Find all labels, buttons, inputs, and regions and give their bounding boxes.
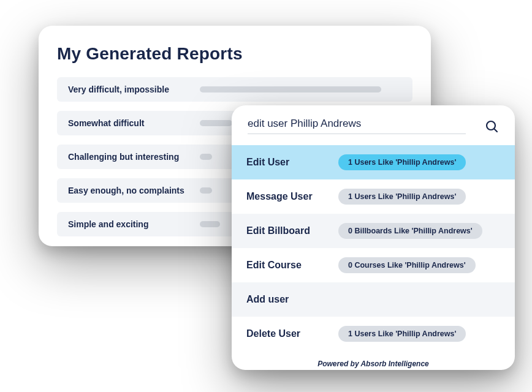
report-label: Challenging but interesting <box>68 152 200 162</box>
action-edit-billboard[interactable]: Edit Billboard 0 Billboards Like 'Philli… <box>232 214 515 248</box>
action-edit-course[interactable]: Edit Course 0 Courses Like 'Phillip Andr… <box>232 248 515 282</box>
action-badge: 0 Courses Like 'Phillip Andrews' <box>338 257 476 273</box>
report-label: Simple and exciting <box>68 219 200 229</box>
action-badge: 0 Billboards Like 'Phillip Andrews' <box>338 223 482 239</box>
report-bar <box>200 120 232 126</box>
report-label: Easy enough, no complaints <box>68 186 200 195</box>
svg-line-1 <box>494 129 497 132</box>
action-label: Edit Billboard <box>246 225 338 236</box>
action-add-user[interactable]: Add user <box>232 282 515 317</box>
command-search-card: Edit User 1 Users Like 'Phillip Andrews'… <box>232 105 515 370</box>
search-icon[interactable] <box>484 119 499 134</box>
action-badge: 1 Users Like 'Phillip Andrews' <box>338 154 466 170</box>
action-badge: 1 Users Like 'Phillip Andrews' <box>338 326 466 342</box>
report-bar <box>200 154 212 160</box>
action-list: Edit User 1 Users Like 'Phillip Andrews'… <box>232 145 515 351</box>
powered-by-label: Powered by Absorb Intelligence <box>232 351 515 370</box>
search-bar <box>232 105 515 135</box>
search-input[interactable] <box>248 118 466 130</box>
action-label: Edit User <box>246 157 338 168</box>
action-label: Delete User <box>246 328 338 339</box>
action-label: Add user <box>246 294 338 305</box>
report-row[interactable]: Very difficult, impossible <box>57 77 412 102</box>
report-label: Somewhat difficult <box>68 118 200 128</box>
report-bar-track <box>200 86 401 92</box>
report-label: Very difficult, impossible <box>68 85 200 94</box>
action-badge: 1 Users Like 'Phillip Andrews' <box>338 189 466 205</box>
action-delete-user[interactable]: Delete User 1 Users Like 'Phillip Andrew… <box>232 317 515 351</box>
reports-title: My Generated Reports <box>57 44 412 64</box>
action-label: Edit Course <box>246 260 338 271</box>
action-message-user[interactable]: Message User 1 Users Like 'Phillip Andre… <box>232 179 515 214</box>
action-label: Message User <box>246 191 338 202</box>
search-input-wrap <box>248 118 466 134</box>
report-bar <box>200 86 381 92</box>
report-bar <box>200 221 220 227</box>
report-bar <box>200 187 212 194</box>
action-edit-user[interactable]: Edit User 1 Users Like 'Phillip Andrews' <box>232 145 515 179</box>
